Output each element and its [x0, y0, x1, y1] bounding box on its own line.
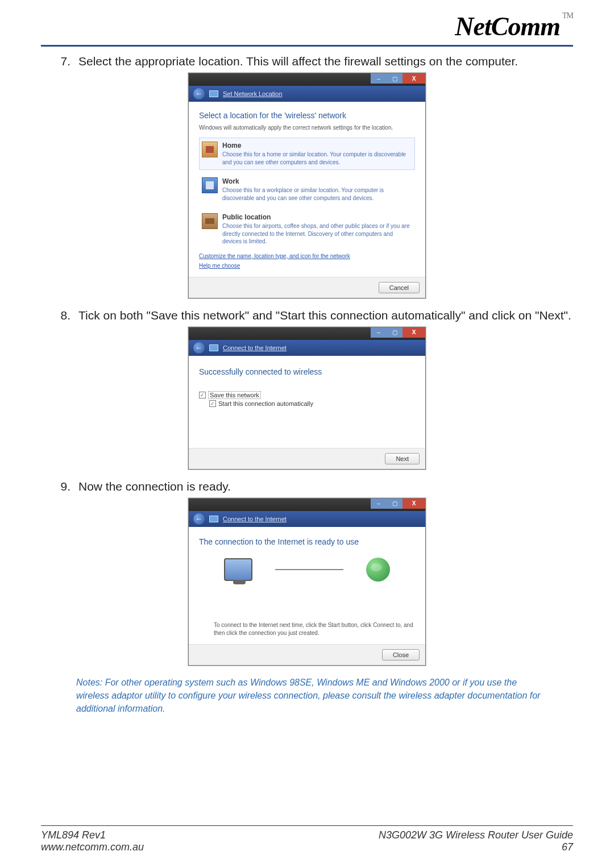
- page-footer: YML894 Rev1 www.netcomm.com.au N3G002W 3…: [41, 825, 573, 853]
- option-desc: Choose this for airports, coffee shops, …: [222, 223, 409, 244]
- option-work[interactable]: Work Choose this for a workplace or simi…: [199, 173, 415, 206]
- brand-logo: NetCommTM: [455, 11, 573, 41]
- footer-url: www.netcomm.com.au: [41, 841, 144, 853]
- dialog-connect-success: – ▢ X ← Connect to the Internet Successf…: [188, 327, 426, 470]
- network-icon: [209, 516, 218, 522]
- window-close-icon[interactable]: X: [403, 73, 425, 84]
- link-help-me-choose[interactable]: Help me choose: [199, 263, 415, 269]
- breadcrumb-title: Connect to the Internet: [223, 516, 287, 522]
- computer-icon: [224, 558, 252, 581]
- home-icon: [202, 142, 218, 157]
- connection-line-icon: [275, 569, 343, 570]
- network-icon: [209, 90, 218, 97]
- link-customize[interactable]: Customize the name, location type, and i…: [199, 253, 415, 259]
- dialog-connection-ready: – ▢ X ← Connect to the Internet The conn…: [188, 498, 426, 666]
- window-maximize-icon[interactable]: ▢: [387, 73, 403, 84]
- footer-doc-title: N3G002W 3G Wireless Router User Guide: [379, 829, 573, 841]
- step-8: 8. Tick on both "Save this network" and …: [51, 309, 573, 322]
- checkbox-start-automatically[interactable]: Start this connection automatically: [209, 400, 415, 407]
- option-title: Public location: [222, 213, 412, 221]
- dialog-heading: The connection to the Internet is ready …: [199, 537, 415, 546]
- breadcrumb: ← Connect to the Internet: [189, 340, 425, 356]
- trademark-icon: TM: [562, 11, 573, 20]
- checkbox-label: Start this connection automatically: [218, 400, 313, 407]
- option-public[interactable]: Public location Choose this for airports…: [199, 209, 415, 250]
- checkbox-label: Save this network: [208, 391, 261, 399]
- checkbox-icon[interactable]: [209, 400, 216, 407]
- option-desc: Choose this for a home or similar locati…: [222, 151, 406, 165]
- network-icon: [209, 344, 218, 351]
- step-number: 7.: [51, 55, 70, 68]
- connection-graphic: [199, 558, 415, 582]
- dialog-subtext: Windows will automatically apply the cor…: [199, 124, 415, 131]
- option-title: Home: [222, 142, 412, 149]
- window-titlebar[interactable]: – ▢ X: [189, 73, 425, 86]
- option-title: Work: [222, 177, 412, 185]
- checkbox-save-network[interactable]: Save this network: [199, 391, 415, 399]
- cancel-button[interactable]: Cancel: [379, 282, 420, 293]
- back-icon[interactable]: ←: [193, 88, 205, 99]
- breadcrumb: ← Set Network Location: [189, 86, 425, 102]
- step-text: Now the connection is ready.: [78, 480, 573, 493]
- window-close-icon[interactable]: X: [403, 327, 425, 338]
- option-desc: Choose this for a workplace or similar l…: [222, 187, 384, 201]
- dialog-heading: Select a location for the 'wireless' net…: [199, 111, 415, 120]
- step-text: Tick on both "Save this network" and "St…: [78, 309, 573, 322]
- window-minimize-icon[interactable]: –: [371, 499, 387, 509]
- back-icon[interactable]: ←: [193, 342, 205, 354]
- window-minimize-icon[interactable]: –: [371, 327, 387, 338]
- notes-text: Notes: For other operating system such a…: [76, 676, 550, 716]
- option-home[interactable]: Home Choose this for a home or similar l…: [199, 138, 415, 170]
- step-text: Select the appropriate location. This wi…: [78, 55, 573, 68]
- work-icon: [202, 177, 218, 193]
- window-titlebar[interactable]: – ▢ X: [189, 327, 425, 340]
- brand-name: NetComm: [455, 12, 560, 41]
- window-maximize-icon[interactable]: ▢: [387, 327, 403, 338]
- step-number: 8.: [51, 309, 70, 322]
- step-7: 7. Select the appropriate location. This…: [51, 55, 573, 68]
- connection-hint-text: To connect to the Internet next time, cl…: [214, 621, 415, 637]
- page-header: NetCommTM: [41, 11, 573, 47]
- breadcrumb-title: Connect to the Internet: [223, 344, 287, 351]
- window-maximize-icon[interactable]: ▢: [387, 499, 403, 509]
- step-number: 9.: [51, 480, 70, 493]
- globe-icon: [366, 558, 390, 582]
- close-button[interactable]: Close: [382, 649, 420, 661]
- next-button[interactable]: Next: [385, 453, 420, 464]
- window-close-icon[interactable]: X: [403, 499, 425, 509]
- window-minimize-icon[interactable]: –: [371, 73, 387, 84]
- back-icon[interactable]: ←: [193, 513, 205, 525]
- breadcrumb: ← Connect to the Internet: [189, 511, 425, 527]
- checkbox-icon[interactable]: [199, 392, 206, 398]
- public-icon: [202, 213, 218, 229]
- window-titlebar[interactable]: – ▢ X: [189, 499, 425, 511]
- dialog-heading: Successfully connected to wireless: [199, 367, 415, 376]
- dialog-set-network-location: – ▢ X ← Set Network Location Select a lo…: [188, 73, 426, 298]
- breadcrumb-title: Set Network Location: [223, 90, 283, 97]
- footer-page-number: 67: [379, 841, 573, 853]
- footer-doc-rev: YML894 Rev1: [41, 829, 144, 841]
- step-9: 9. Now the connection is ready.: [51, 480, 573, 493]
